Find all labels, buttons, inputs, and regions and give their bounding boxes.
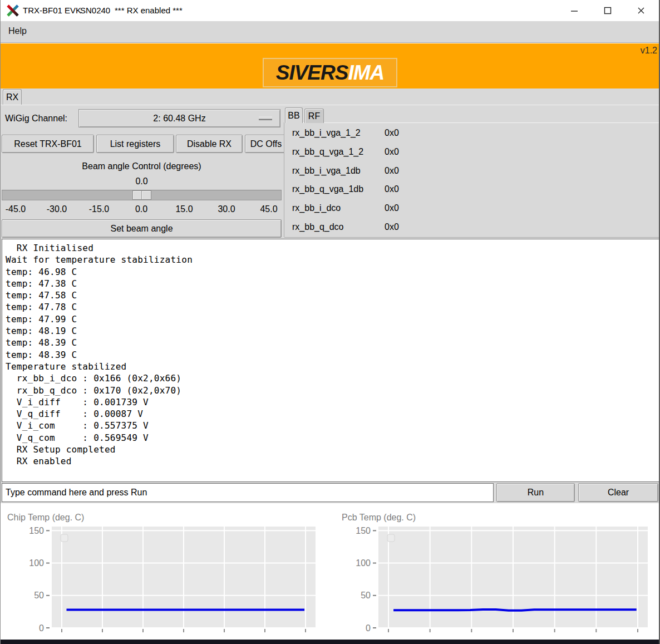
maximize-icon (604, 7, 612, 14)
close-icon (637, 7, 645, 14)
register-row: rx_bb_i_vga_1db0x0 (284, 166, 659, 178)
scale-tick-label: 15.0 (175, 204, 193, 214)
pcb-temp-chart[interactable]: 050100150 (348, 522, 651, 642)
svg-text:0: 0 (366, 623, 371, 633)
run-button[interactable]: Run (496, 483, 575, 502)
beam-angle-value: 0.0 (1, 176, 283, 186)
minimize-button[interactable] (562, 0, 587, 21)
disable-rx-button[interactable]: Disable RX (176, 135, 243, 153)
app-window: TRX-BF01 EVK SN0240 *** RX enabled *** H… (0, 0, 660, 644)
scale-tick-label: -15.0 (89, 204, 109, 214)
beam-angle-title: Beam angle Control (degrees) (1, 161, 283, 171)
console-line: V_q_com : 0.569549 V (6, 432, 659, 444)
logo-text-sivers: SIVERS (276, 62, 348, 83)
console-line: RX Setup completed (6, 444, 659, 455)
logo-text-ima: IMA (348, 62, 384, 83)
window-title: TRX-BF01 EVK (23, 6, 81, 15)
set-beam-angle-button[interactable]: Set beam angle (2, 219, 282, 238)
svg-text:0: 0 (39, 623, 44, 633)
charts-section: Chip Temp (deg. C) Pcb Temp (deg. C) 050… (1, 503, 659, 640)
window-title-status: *** RX enabled *** (115, 6, 183, 15)
dc-offset-button[interactable]: DC Offs (245, 135, 287, 153)
svg-text:100: 100 (29, 558, 44, 568)
tab-bb[interactable]: BB (285, 107, 303, 123)
reset-trx-button[interactable]: Reset TRX-BF01 (2, 135, 94, 153)
console-line: temp: 46.98 C (6, 266, 659, 278)
dropdown-indicator-icon (259, 117, 272, 120)
svg-text:150: 150 (29, 526, 44, 535)
console-line: Temperature stabilized (6, 361, 659, 372)
console-line: temp: 47.58 C (6, 289, 659, 301)
register-row: rx_bb_q_vga_1_20x0 (284, 147, 659, 159)
console-line: temp: 48.19 C (6, 325, 659, 337)
maximize-button[interactable] (595, 0, 620, 21)
wigig-channel-value: 2: 60.48 GHz (153, 114, 205, 123)
register-row: rx_bb_q_vga_1db0x0 (284, 184, 659, 196)
window-title-serial: SN0240 (80, 6, 110, 15)
chip-temp-chart[interactable]: 050100150 (22, 522, 319, 642)
console-line: temp: 47.99 C (6, 313, 659, 325)
wigig-channel-select[interactable]: 2: 60.48 GHz (78, 109, 280, 127)
menu-bar: Help (1, 21, 659, 43)
svg-text:150: 150 (356, 526, 371, 535)
scale-tick-label: 0.0 (135, 204, 147, 214)
slider-handle[interactable] (132, 190, 151, 200)
tab-rf[interactable]: RF (304, 109, 324, 123)
title-bar[interactable]: TRX-BF01 EVK SN0240 *** RX enabled *** (1, 0, 659, 21)
console-line: V_i_com : 0.557375 V (6, 420, 659, 431)
console-line: temp: 47.38 C (6, 278, 659, 289)
svg-text:50: 50 (34, 591, 44, 600)
scale-tick-label: -45.0 (6, 204, 26, 214)
console-line: RX Initialised (6, 242, 659, 254)
console-line: temp: 48.39 C (6, 349, 659, 361)
console-line: rx_bb_i_dco : 0x166 (0x2,0x66) (6, 372, 659, 384)
siversima-logo: SIVERSIMA (263, 58, 397, 87)
menu-help[interactable]: Help (8, 26, 27, 36)
register-list: rx_bb_i_vga_1_20x0 rx_bb_q_vga_1_20x0 rx… (284, 122, 659, 237)
minimize-icon (570, 7, 578, 14)
console-line: Wait for temperature stabilization (6, 254, 659, 266)
list-registers-button[interactable]: List registers (96, 135, 174, 153)
register-row: rx_bb_i_dco0x0 (284, 203, 659, 215)
svg-text:100: 100 (356, 558, 371, 568)
scale-tick-label: -30.0 (47, 204, 67, 214)
console-line: temp: 48.39 C (6, 337, 659, 348)
version-label: v1.2 (641, 46, 657, 56)
wigig-channel-label: WiGig Channel: (5, 114, 67, 124)
beam-angle-slider[interactable] (2, 190, 282, 200)
register-panel: BB RF rx_bb_i_vga_1_20x0 rx_bb_q_vga_1_2… (284, 107, 659, 237)
console-line: V_i_diff : 0.001739 V (6, 396, 659, 408)
register-row: rx_bb_i_vga_1_20x0 (284, 128, 659, 140)
console-line: RX enabled (6, 455, 659, 467)
scale-tick-label: 45.0 (260, 204, 277, 214)
register-row: rx_bb_q_dco0x0 (284, 222, 659, 234)
pcb-temp-chart-title: Pcb Temp (deg. C) (342, 513, 416, 523)
app-logo-icon (6, 4, 19, 19)
console-line: rx_bb_q_dco : 0x170 (0x2,0x70) (6, 385, 659, 396)
console-log[interactable]: RX Initialised Wait for temperature stab… (2, 239, 659, 482)
chip-temp-chart-title: Chip Temp (deg. C) (7, 513, 84, 523)
brand-banner: v1.2 SIVERSIMA (1, 43, 659, 89)
tab-pane-border (1, 105, 659, 105)
console-line: V_q_diff : 0.00087 V (6, 408, 659, 420)
console-line: temp: 47.78 C (6, 301, 659, 313)
tab-rx[interactable]: RX (3, 89, 22, 105)
scale-tick-label: 30.0 (218, 204, 235, 214)
command-input[interactable] (2, 483, 494, 502)
bottom-edge-bar (1, 640, 659, 644)
svg-text:50: 50 (361, 591, 371, 600)
clear-button[interactable]: Clear (578, 483, 658, 502)
close-button[interactable] (628, 0, 654, 21)
